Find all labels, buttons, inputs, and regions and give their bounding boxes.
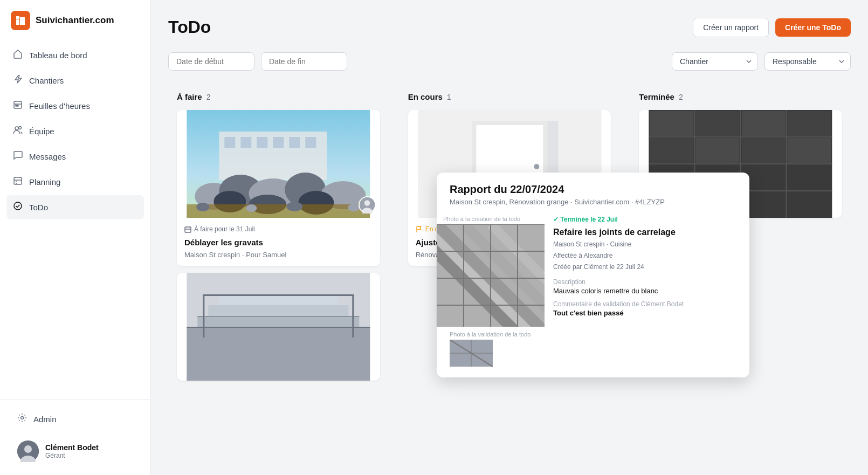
card-deblayer-body: À faire pour le 31 Juil Déblayer les gra… <box>177 218 380 266</box>
date-fin-input[interactable] <box>261 52 347 71</box>
sidebar-item-feuilles-d-heures[interactable]: Feuilles d'heures <box>6 94 144 118</box>
report-photo-creation <box>437 224 545 327</box>
column-terminee-header: Terminée 2 <box>639 92 842 101</box>
svg-rect-68 <box>650 138 694 163</box>
report-status-badge: ✓ Terminée le 22 Juil <box>553 216 618 223</box>
card-stairs[interactable] <box>177 273 380 381</box>
stairs-svg <box>177 273 380 381</box>
users-icon <box>13 125 23 137</box>
svg-rect-18 <box>257 137 267 148</box>
report-photo-creation-label: Photo à la création de la todo <box>437 212 545 224</box>
card-deblayer-meta: Maison St crespin · Pour Samuel <box>184 251 373 259</box>
admin-label: Admin <box>33 415 57 424</box>
svg-point-6 <box>15 127 18 130</box>
sidebar-label-messages: Messages <box>29 152 66 161</box>
sidebar-item-planning[interactable]: Planning <box>6 170 144 194</box>
card-deblayer[interactable]: À faire pour le 31 Juil Déblayer les gra… <box>177 110 380 266</box>
sidebar-label-feuilles: Feuilles d'heures <box>29 101 90 111</box>
sidebar-label-equipe: Équipe <box>29 127 54 136</box>
report-overlay: Rapport du 22/07/2024 Maison St crespin,… <box>437 173 749 377</box>
sidebar-label-tableau-de-bord: Tableau de bord <box>29 51 87 60</box>
lightning-icon <box>13 74 23 87</box>
report-photo-validation <box>437 340 749 377</box>
chantier-select[interactable]: Chantier <box>672 52 758 71</box>
report-description-value: Mauvais coloris remettre du blanc <box>553 287 739 295</box>
sidebar-item-chantiers[interactable]: Chantiers <box>6 68 144 93</box>
column-terminee-count: 2 <box>679 93 683 101</box>
column-en-cours-header: En cours 1 <box>408 92 611 101</box>
card-deblayer-avatar <box>359 196 376 214</box>
svg-rect-69 <box>696 138 740 163</box>
header-actions: Créer un rapport Créer une ToDo <box>693 18 851 37</box>
svg-point-36 <box>364 200 370 206</box>
svg-rect-41 <box>197 316 359 327</box>
column-a-faire: À faire 2 <box>168 84 389 396</box>
column-a-faire-count: 2 <box>206 93 211 101</box>
logo-icon <box>11 11 30 30</box>
column-en-cours-count: 1 <box>447 93 451 101</box>
report-todo-title: Refaire les joints de carrelage <box>553 228 739 237</box>
card-deblayer-status-text: À faire pour le 31 Juil <box>194 225 255 233</box>
user-name: Clément Bodet <box>45 443 99 452</box>
svg-point-33 <box>286 202 302 211</box>
report-body: Photo à la création de la todo <box>437 212 749 327</box>
chat-icon <box>13 150 23 163</box>
svg-rect-48 <box>197 316 359 317</box>
svg-rect-66 <box>742 111 786 136</box>
sidebar-nav: Tableau de bord Chantiers Feuilles d'he <box>0 43 150 400</box>
svg-rect-0 <box>16 19 19 25</box>
svg-rect-4 <box>16 105 17 106</box>
home-icon <box>13 49 23 61</box>
report-header: Rapport du 22/07/2024 Maison St crespin,… <box>437 173 749 212</box>
column-terminee-title: Terminée <box>639 92 674 101</box>
svg-rect-64 <box>650 111 694 136</box>
svg-rect-42 <box>208 305 348 316</box>
sidebar-footer: Admin Clément Bodet Gérant <box>0 400 150 475</box>
create-todo-button[interactable]: Créer une ToDo <box>775 18 851 37</box>
sidebar-item-tableau-de-bord[interactable]: Tableau de bord <box>6 43 144 67</box>
svg-point-7 <box>19 127 22 129</box>
report-todo-meta-line3: Créée par Clément le 22 Juil 24 <box>553 262 739 272</box>
svg-rect-8 <box>14 177 22 184</box>
logo-text: Suivichantier.com <box>36 15 114 26</box>
svg-rect-30 <box>187 204 370 218</box>
sidebar-label-todo: ToDo <box>29 203 48 212</box>
planning-icon <box>13 176 23 188</box>
svg-rect-70 <box>742 138 786 163</box>
column-a-faire-header: À faire 2 <box>177 92 380 101</box>
report-todo-meta-line2: Affectée à Alexandre <box>553 251 739 261</box>
svg-rect-46 <box>203 294 354 296</box>
tiles-photo-svg <box>437 224 545 327</box>
svg-point-55 <box>534 164 539 169</box>
sidebar-item-todo[interactable]: ToDo <box>6 195 144 219</box>
sidebar-label-planning: Planning <box>29 177 60 187</box>
svg-point-9 <box>14 202 22 210</box>
create-rapport-button[interactable]: Créer un rapport <box>693 18 769 37</box>
svg-rect-5 <box>17 105 18 106</box>
svg-point-31 <box>196 203 209 211</box>
report-comment-value: Tout c'est bien passé <box>553 309 739 317</box>
sidebar-item-equipe[interactable]: Équipe <box>6 119 144 143</box>
avatar <box>17 440 39 462</box>
svg-rect-20 <box>289 137 300 148</box>
main-content: ToDo Créer un rapport Créer une ToDo Cha… <box>151 0 868 475</box>
sidebar-item-admin[interactable]: Admin <box>11 409 140 430</box>
svg-rect-47 <box>187 327 370 328</box>
flag-icon <box>416 226 423 233</box>
gear-icon <box>17 413 27 425</box>
report-left-panel: Photo à la création de la todo <box>437 212 545 327</box>
logo[interactable]: Suivichantier.com <box>0 0 150 43</box>
svg-rect-40 <box>187 327 370 381</box>
report-comment-label: Commentaire de validation de Clément Bod… <box>553 300 739 308</box>
sidebar-item-messages[interactable]: Messages <box>6 144 144 169</box>
report-subtitle: Maison St crespin, Rénovation grange · S… <box>450 198 736 206</box>
svg-rect-17 <box>240 137 251 148</box>
responsable-select[interactable]: Responsable <box>764 52 851 71</box>
date-debut-input[interactable] <box>168 52 254 71</box>
rocks-svg <box>177 110 380 218</box>
column-en-cours-title: En cours <box>408 92 443 101</box>
svg-point-12 <box>24 445 32 453</box>
svg-rect-2 <box>16 16 19 19</box>
calendar-grid-icon <box>13 100 23 112</box>
user-profile: Clément Bodet Gérant <box>11 436 140 466</box>
